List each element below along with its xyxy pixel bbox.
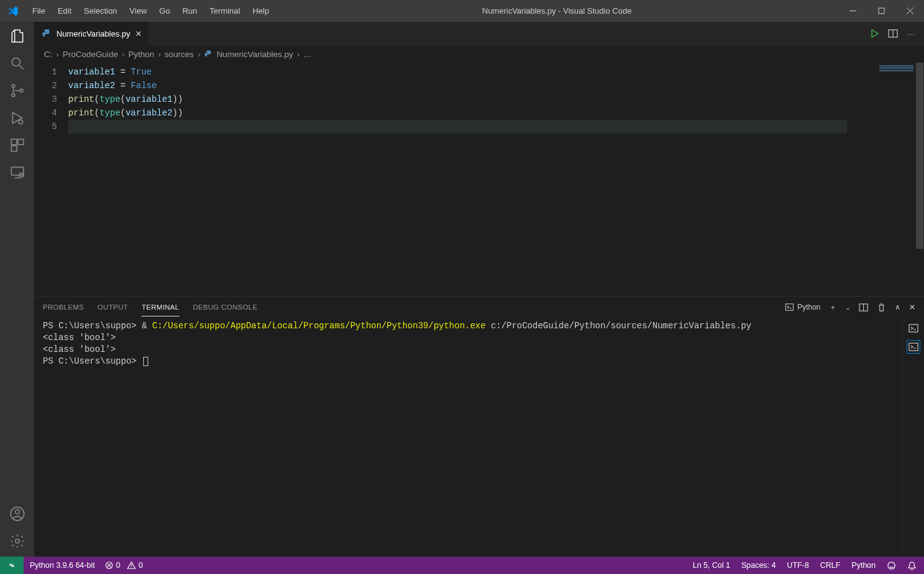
- python-file-icon: [204, 50, 213, 58]
- panel-tabs: PROBLEMS OUTPUT TERMINAL DEBUG CONSOLE P…: [34, 297, 924, 318]
- code-content[interactable]: variable1 = Truevariable2 = Falseprint(t…: [68, 63, 847, 296]
- status-language-mode[interactable]: Python: [851, 561, 876, 570]
- settings-gear-icon[interactable]: [8, 532, 27, 550]
- minimize-button[interactable]: [838, 0, 867, 22]
- svg-rect-0: [879, 8, 884, 14]
- menu-view[interactable]: View: [123, 0, 153, 22]
- svg-rect-7: [18, 139, 24, 145]
- explorer-icon[interactable]: [8, 27, 27, 45]
- panel-tab-problems[interactable]: PROBLEMS: [43, 298, 84, 316]
- svg-point-21: [888, 562, 895, 568]
- menu-selection[interactable]: Selection: [78, 0, 123, 22]
- breadcrumb-file[interactable]: NumericVariables.py: [204, 50, 293, 59]
- split-editor-icon[interactable]: [888, 29, 898, 38]
- status-problems[interactable]: 0 0: [105, 561, 143, 570]
- window-title: NumericVariables.py - Visual Studio Code: [275, 6, 838, 16]
- activity-bar: [0, 22, 34, 557]
- tab-label: NumericVariables.py: [56, 29, 130, 38]
- tab-numericvariables[interactable]: NumericVariables.py ✕: [34, 22, 149, 45]
- line-number-gutter: 12345: [34, 63, 68, 296]
- breadcrumb-folder-2[interactable]: Python: [128, 50, 154, 59]
- chevron-right-icon: ›: [122, 50, 125, 59]
- accounts-icon[interactable]: [8, 504, 27, 523]
- menu-go[interactable]: Go: [153, 0, 176, 22]
- terminal-dropdown-icon[interactable]: ⌄: [845, 304, 850, 311]
- menu-file[interactable]: File: [26, 0, 51, 22]
- minimap[interactable]: [847, 63, 915, 296]
- breadcrumb-folder-1[interactable]: ProCodeGuide: [63, 50, 118, 59]
- breadcrumb-folder-3[interactable]: sources: [164, 50, 193, 59]
- more-actions-icon[interactable]: ···: [907, 29, 915, 38]
- extensions-icon[interactable]: [8, 136, 27, 155]
- python-file-icon: [42, 29, 51, 38]
- chevron-right-icon: ›: [297, 50, 300, 59]
- remote-explorer-icon[interactable]: [8, 163, 27, 182]
- run-debug-icon[interactable]: [8, 109, 27, 127]
- menu-run[interactable]: Run: [176, 0, 203, 22]
- status-feedback-icon[interactable]: [887, 561, 896, 570]
- terminal-profile-selector[interactable]: Python: [785, 303, 820, 312]
- svg-point-14: [45, 30, 45, 31]
- run-file-button[interactable]: [869, 29, 879, 38]
- svg-rect-9: [11, 167, 24, 175]
- terminal-output-line: <class 'bool'>: [43, 332, 893, 344]
- remote-indicator[interactable]: [0, 557, 24, 574]
- breadcrumbs: C: › ProCodeGuide › Python › sources › N…: [34, 45, 924, 63]
- svg-point-12: [15, 509, 19, 514]
- menu-terminal[interactable]: Terminal: [203, 0, 246, 22]
- svg-rect-6: [11, 139, 17, 145]
- editor-scrollbar[interactable]: [915, 63, 924, 296]
- titlebar: File Edit Selection View Go Run Terminal…: [0, 0, 924, 22]
- status-eol[interactable]: CRLF: [820, 561, 840, 570]
- terminal-instance-icon[interactable]: [907, 340, 920, 354]
- menu-edit[interactable]: Edit: [51, 0, 78, 22]
- svg-point-4: [20, 89, 23, 92]
- panel-tab-debug[interactable]: DEBUG CONSOLE: [193, 298, 257, 316]
- status-bar: Python 3.9.6 64-bit 0 0 Ln 5, Col 1 Spac…: [0, 557, 924, 574]
- terminal[interactable]: PS C:\Users\suppo> & C:/Users/suppo/AppD…: [34, 318, 902, 557]
- status-indentation[interactable]: Spaces: 4: [741, 561, 776, 570]
- split-terminal-icon[interactable]: [859, 303, 868, 312]
- svg-point-3: [12, 94, 15, 97]
- terminal-instance-icon[interactable]: [907, 321, 920, 335]
- svg-point-5: [19, 120, 22, 124]
- chevron-right-icon: ›: [56, 50, 60, 59]
- close-button[interactable]: [895, 0, 924, 22]
- breadcrumb-more[interactable]: …: [303, 50, 312, 59]
- source-control-icon[interactable]: [8, 81, 27, 100]
- terminal-side-gutter: [902, 318, 924, 557]
- chevron-right-icon: ›: [158, 50, 161, 59]
- status-cursor-position[interactable]: Ln 5, Col 1: [693, 561, 730, 570]
- svg-point-1: [12, 58, 20, 66]
- tab-close-icon[interactable]: ✕: [135, 29, 142, 38]
- window-controls: [838, 0, 924, 22]
- terminal-output-line: <class 'bool'>: [43, 344, 893, 356]
- panel-tab-terminal[interactable]: TERMINAL: [141, 298, 179, 316]
- breadcrumb-drive[interactable]: C:: [44, 50, 53, 59]
- menu-help[interactable]: Help: [246, 0, 275, 22]
- editor[interactable]: 12345 variable1 = Truevariable2 = Falsep…: [34, 63, 924, 296]
- svg-point-13: [15, 539, 19, 544]
- svg-point-2: [12, 84, 15, 87]
- status-python-version[interactable]: Python 3.9.6 64-bit: [30, 561, 95, 570]
- terminal-cursor: [143, 357, 148, 366]
- new-terminal-button[interactable]: ＋: [829, 303, 837, 312]
- kill-terminal-icon[interactable]: [877, 303, 886, 312]
- tab-bar: NumericVariables.py ✕ ···: [34, 22, 924, 45]
- status-encoding[interactable]: UTF-8: [787, 561, 809, 570]
- search-icon[interactable]: [8, 54, 27, 73]
- maximize-button[interactable]: [867, 0, 895, 22]
- chevron-right-icon: ›: [198, 50, 201, 59]
- close-panel-icon[interactable]: ✕: [909, 303, 915, 312]
- panel-tab-output[interactable]: OUTPUT: [97, 298, 128, 316]
- vscode-logo-icon: [7, 6, 19, 17]
- menu-bar: File Edit Selection View Go Run Terminal…: [26, 0, 275, 22]
- svg-rect-8: [11, 146, 17, 151]
- panel: PROBLEMS OUTPUT TERMINAL DEBUG CONSOLE P…: [34, 296, 924, 557]
- maximize-panel-icon[interactable]: ∧: [895, 303, 900, 312]
- status-notifications-icon[interactable]: [907, 561, 917, 570]
